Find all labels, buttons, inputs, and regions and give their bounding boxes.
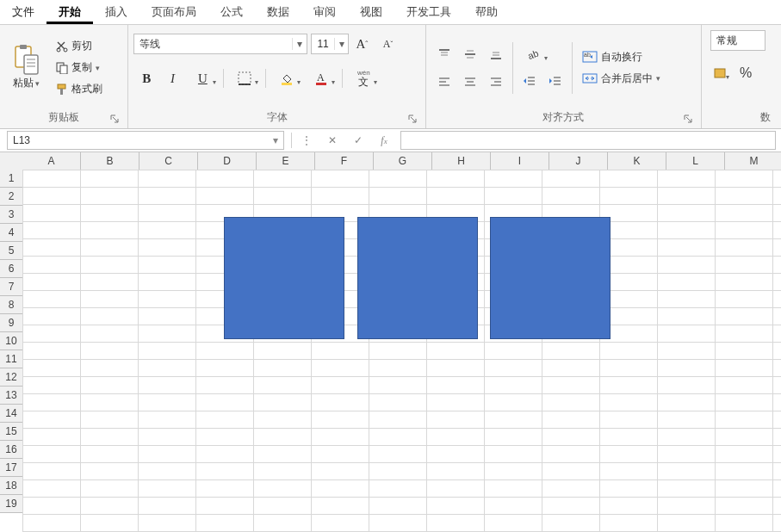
align-middle-button[interactable] [458,42,482,66]
row-header-9[interactable]: 9 [0,314,22,332]
fill-color-button[interactable]: ▾ [270,66,303,90]
align-left-button[interactable] [432,70,456,94]
accounting-icon [713,66,727,80]
font-color-button[interactable]: A ▾ [305,66,338,90]
formula-input[interactable] [400,131,776,150]
column-header-G[interactable]: G [374,152,432,170]
dialog-launcher-icon[interactable] [108,113,121,125]
percent-icon: % [740,65,752,81]
chevron-down-icon[interactable]: ▾ [334,38,349,50]
phonetic-guide-button[interactable]: wén 文 ▾ [347,66,380,90]
fx-icon: fx [381,134,387,147]
column-headers[interactable]: ABCDEFGHIJKLM [22,152,781,170]
font-name-combo[interactable]: 等线 ▾ [133,34,307,54]
row-header-6[interactable]: 6 [0,260,22,278]
menu-数据[interactable]: 数据 [255,0,301,24]
column-header-D[interactable]: D [198,152,257,170]
name-box[interactable]: L13 ▾ [7,131,284,150]
column-header-B[interactable]: B [81,152,139,170]
cut-button[interactable]: 剪切 [52,36,107,56]
borders-button[interactable]: ▾ [228,66,261,90]
orientation-icon: ab [527,47,541,61]
decrease-font-button[interactable]: Aˇ [375,32,400,56]
row-header-8[interactable]: 8 [0,296,22,314]
menu-开发工具[interactable]: 开发工具 [394,0,463,24]
rectangle-shape-3[interactable] [490,217,611,339]
menu-插入[interactable]: 插入 [93,0,139,24]
row-header-11[interactable]: 11 [0,350,22,368]
cut-label: 剪切 [71,39,92,53]
align-top-button[interactable] [432,42,456,66]
insert-function-button[interactable]: fx [371,131,397,150]
bold-button[interactable]: B [134,66,158,90]
spreadsheet-grid[interactable]: ABCDEFGHIJKLM 12345678910111213141516171… [0,152,781,532]
row-header-14[interactable]: 14 [0,405,22,423]
column-header-H[interactable]: H [432,152,491,170]
row-header-19[interactable]: 19 [0,495,22,513]
menu-公式[interactable]: 公式 [208,0,255,24]
increase-indent-button[interactable] [543,70,567,94]
cells-area[interactable] [22,170,781,532]
font-color-icon: A [314,71,328,85]
dialog-launcher-icon[interactable] [682,113,694,125]
row-header-5[interactable]: 5 [0,242,22,260]
dialog-launcher-icon[interactable] [406,113,418,125]
wrap-text-button[interactable]: ab 自动换行 [578,47,665,67]
italic-button[interactable]: I [160,66,184,90]
chevron-down-icon: ▾ [255,78,258,86]
underline-button[interactable]: U▾ [186,66,219,90]
select-all-corner[interactable] [0,152,23,170]
column-header-C[interactable]: C [139,152,198,170]
align-center-button[interactable] [458,70,482,94]
menu-帮助[interactable]: 帮助 [463,0,510,24]
increase-font-button[interactable]: Aˆ [350,32,374,56]
column-header-I[interactable]: I [491,152,549,170]
column-header-J[interactable]: J [549,152,608,170]
column-header-M[interactable]: M [725,152,781,170]
align-right-button[interactable] [484,70,508,94]
svg-text:A: A [317,71,325,84]
formula-options-button[interactable]: ⋮ [294,131,319,150]
menu-审阅[interactable]: 审阅 [301,0,348,24]
row-header-18[interactable]: 18 [0,477,22,495]
row-header-10[interactable]: 10 [0,332,22,350]
cancel-formula-button[interactable]: ✕ [319,131,345,150]
decrease-indent-button[interactable] [518,70,542,94]
percent-button[interactable]: % [734,61,758,85]
row-header-1[interactable]: 1 [0,170,22,188]
copy-button[interactable]: 复制 ▾ [52,58,107,77]
row-header-4[interactable]: 4 [0,224,22,242]
accounting-format-button[interactable]: ▾ [708,61,732,85]
merge-center-button[interactable]: 合并后居中 ▾ [578,69,665,89]
row-header-2[interactable]: 2 [0,188,22,206]
row-header-17[interactable]: 17 [0,459,22,477]
align-bottom-button[interactable] [484,42,508,66]
row-header-3[interactable]: 3 [0,206,22,224]
rectangle-shape-2[interactable] [357,217,478,339]
chevron-down-icon[interactable]: ▾ [268,134,283,146]
number-format-combo[interactable]: 常规 [710,30,766,51]
column-header-E[interactable]: E [257,152,315,170]
row-header-12[interactable]: 12 [0,368,22,387]
paste-button[interactable]: 粘贴 ▾ [7,43,45,92]
font-size-combo[interactable]: 11 ▾ [311,34,349,54]
column-header-L[interactable]: L [666,152,725,170]
row-header-16[interactable]: 16 [0,441,22,459]
enter-formula-button[interactable]: ✓ [345,131,371,150]
menu-视图[interactable]: 视图 [348,0,394,24]
column-header-F[interactable]: F [315,152,374,170]
format-painter-button[interactable]: 格式刷 [52,79,107,99]
column-header-K[interactable]: K [608,152,666,170]
row-header-13[interactable]: 13 [0,387,22,405]
menu-页面布局[interactable]: 页面布局 [139,0,208,24]
rectangle-shape-1[interactable] [224,217,344,339]
chevron-down-icon: ▾ [35,79,40,88]
menu-文件[interactable]: 文件 [0,0,46,24]
row-headers[interactable]: 12345678910111213141516171819 [0,170,23,513]
chevron-down-icon[interactable]: ▾ [292,38,307,50]
row-header-15[interactable]: 15 [0,423,22,441]
menu-开始[interactable]: 开始 [46,0,93,24]
row-header-7[interactable]: 7 [0,278,22,296]
orientation-button[interactable]: ab▾ [518,42,550,66]
column-header-A[interactable]: A [22,152,81,170]
